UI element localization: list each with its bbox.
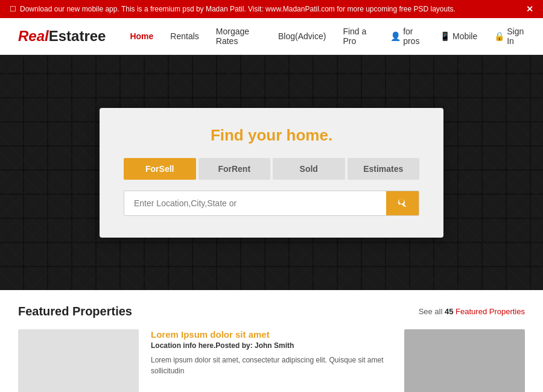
nav-for-pros[interactable]: 👤 for pros xyxy=(390,27,423,46)
logo-estatree: Estatree xyxy=(49,28,106,44)
search-button[interactable] xyxy=(386,191,419,215)
logo-real: Real xyxy=(18,28,49,44)
nav-signin[interactable]: 🔒 Sign In xyxy=(494,27,525,46)
mobile-icon: 📱 xyxy=(440,31,450,41)
notification-bar: ☐ Download our new mobile app. This is a… xyxy=(0,0,543,18)
featured-title: Featured Properties xyxy=(18,305,132,318)
property-content: Lorem Ipsum dolor sit amet Location info… xyxy=(151,329,392,392)
nav-blog[interactable]: Blog(Advice) xyxy=(278,31,326,41)
logo: RealEstatree xyxy=(18,28,106,45)
tab-estimates[interactable]: Estimates xyxy=(348,158,420,180)
header: RealEstatree Home Rentals Morgage Rates … xyxy=(0,18,543,55)
search-title: Find your home. xyxy=(124,126,419,145)
tab-forsell[interactable]: ForSell xyxy=(124,158,196,180)
tab-sold[interactable]: Sold xyxy=(273,158,345,180)
property-meta: Location info here.Posted by: John Smith xyxy=(151,341,392,350)
featured-count: 45 xyxy=(445,307,453,316)
nav-home[interactable]: Home xyxy=(130,31,153,41)
see-all-prefix: See all xyxy=(419,307,443,316)
tab-forrent[interactable]: ForRent xyxy=(198,158,271,180)
hero-section: Find your home. ForSell ForRent Sold Est… xyxy=(0,55,543,290)
search-icon xyxy=(397,198,408,209)
search-input[interactable] xyxy=(124,191,386,215)
nav-find-pro[interactable]: Find a Pro xyxy=(343,27,373,46)
notif-close-button[interactable]: ✕ xyxy=(526,4,533,14)
see-all-link[interactable]: Featured Properties xyxy=(456,307,525,316)
property-title: Lorem Ipsum dolor sit amet xyxy=(151,329,392,340)
featured-cards: Lorem Ipsum dolor sit amet Location info… xyxy=(18,329,525,392)
search-input-row xyxy=(124,191,419,216)
nav-morgage[interactable]: Morgage Rates xyxy=(216,27,261,46)
featured-header: Featured Properties See all 45 Featured … xyxy=(18,305,525,318)
person-icon: 👤 xyxy=(390,31,401,41)
property-description: Lorem ipsum dolor sit amet, consectetur … xyxy=(151,355,392,376)
notif-content: ☐ Download our new mobile app. This is a… xyxy=(10,5,456,13)
main-nav: Home Rentals Morgage Rates Blog(Advice) … xyxy=(130,27,525,46)
nav-rentals[interactable]: Rentals xyxy=(170,31,198,41)
notif-text: Download our new mobile app. This is a f… xyxy=(20,5,456,13)
search-tabs: ForSell ForRent Sold Estimates xyxy=(124,158,419,180)
nav-mobile[interactable]: 📱 Mobile xyxy=(440,31,477,41)
featured-section: Featured Properties See all 45 Featured … xyxy=(0,290,543,392)
search-card: Find your home. ForSell ForRent Sold Est… xyxy=(100,108,443,238)
property-image-placeholder-1 xyxy=(18,329,139,392)
phone-icon: ☐ xyxy=(10,5,16,13)
lock-icon: 🔒 xyxy=(494,31,504,41)
property-image-placeholder-2 xyxy=(404,329,525,392)
featured-see-all: See all 45 Featured Properties xyxy=(419,307,525,316)
